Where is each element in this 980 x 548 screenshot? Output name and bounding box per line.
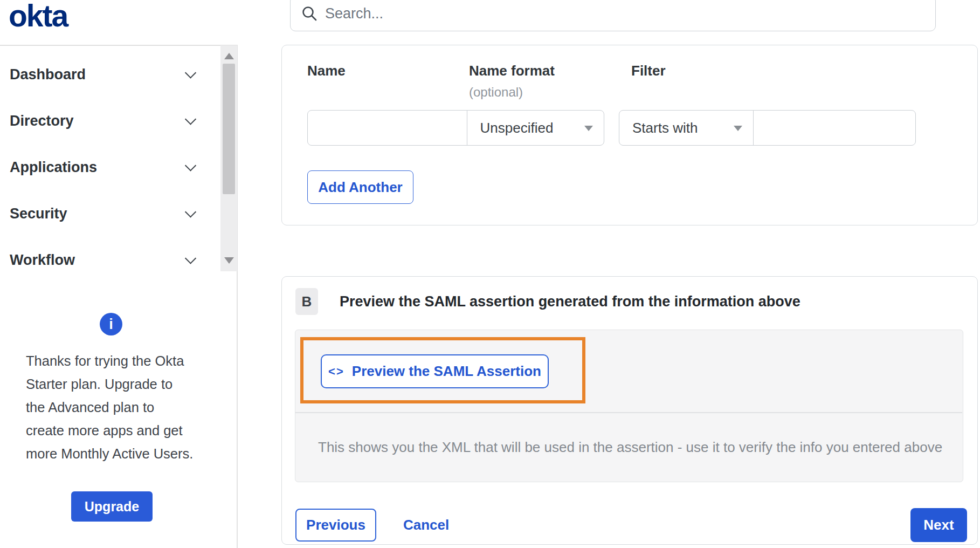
search-input[interactable] xyxy=(325,5,935,22)
code-icon: <> xyxy=(328,365,344,379)
search-icon xyxy=(301,5,318,22)
name-format-selected-value: Unspecified xyxy=(480,120,554,136)
preview-saml-assertion-label: Preview the SAML Assertion xyxy=(352,363,541,380)
dropdown-caret-icon xyxy=(734,126,742,131)
attribute-name-field[interactable] xyxy=(307,110,467,146)
filter-operator-selected-value: Starts with xyxy=(632,120,698,136)
sidebar-item-label: Directory xyxy=(10,113,74,129)
name-format-select[interactable]: Unspecified xyxy=(467,110,604,146)
chevron-down-icon xyxy=(185,160,196,171)
scroll-down-arrow-icon[interactable] xyxy=(224,257,234,264)
chevron-down-icon xyxy=(185,67,196,78)
name-column-label: Name xyxy=(307,63,346,79)
sidebar-item-applications[interactable]: Applications xyxy=(0,144,220,190)
chevron-down-icon xyxy=(185,113,196,125)
assertion-preview-description: This shows you the XML that will be used… xyxy=(295,413,962,482)
name-format-column-label: Name format xyxy=(469,63,555,79)
assertion-preview-panel: <> Preview the SAML Assertion This shows… xyxy=(295,330,963,482)
attribute-statement-card: Name Name format (optional) Filter Unspe… xyxy=(281,45,978,225)
sidebar-item-label: Dashboard xyxy=(10,66,86,83)
previous-button[interactable]: Previous xyxy=(295,509,376,542)
cancel-link[interactable]: Cancel xyxy=(403,509,449,542)
okta-admin-screen: okta Dashboard Directory Applications Se… xyxy=(0,0,980,548)
filter-operator-select[interactable]: Starts with xyxy=(619,110,754,146)
info-icon: i xyxy=(100,313,122,335)
preview-saml-assertion-button[interactable]: <> Preview the SAML Assertion xyxy=(321,354,549,388)
chevron-down-icon xyxy=(185,206,196,217)
sidebar-item-directory[interactable]: Directory xyxy=(0,98,220,144)
filter-column-label: Filter xyxy=(631,63,666,79)
chevron-down-icon xyxy=(185,252,196,264)
sidebar-item-security[interactable]: Security xyxy=(0,190,220,237)
preview-section-heading: Preview the SAML assertion generated fro… xyxy=(340,288,800,315)
dropdown-caret-icon xyxy=(584,126,593,131)
add-another-button[interactable]: Add Another xyxy=(307,170,413,204)
filter-value-field[interactable] xyxy=(753,110,916,146)
global-search[interactable] xyxy=(290,0,936,31)
filter-value-input[interactable] xyxy=(754,111,915,145)
sidebar-item-dashboard[interactable]: Dashboard xyxy=(0,51,220,98)
sidebar-item-workflow[interactable]: Workflow xyxy=(0,237,220,271)
sidebar-nav: Dashboard Directory Applications Securit… xyxy=(0,45,220,271)
upsell-message: Thanks for trying the Okta Starter plan.… xyxy=(26,350,212,465)
upgrade-button[interactable]: Upgrade xyxy=(71,491,153,522)
name-format-optional-hint: (optional) xyxy=(469,85,523,100)
sidebar-item-label: Workflow xyxy=(10,252,75,269)
step-b-badge: B xyxy=(295,288,318,315)
preview-assertion-card: B Preview the SAML assertion generated f… xyxy=(281,276,978,545)
sidebar-item-label: Security xyxy=(10,206,67,222)
sidebar-scrollbar-thumb[interactable] xyxy=(223,64,235,194)
scroll-up-arrow-icon[interactable] xyxy=(224,53,234,59)
next-button[interactable]: Next xyxy=(910,508,967,542)
sidebar-item-label: Applications xyxy=(10,159,97,176)
attribute-name-input[interactable] xyxy=(308,111,467,145)
okta-logo: okta xyxy=(9,0,67,33)
